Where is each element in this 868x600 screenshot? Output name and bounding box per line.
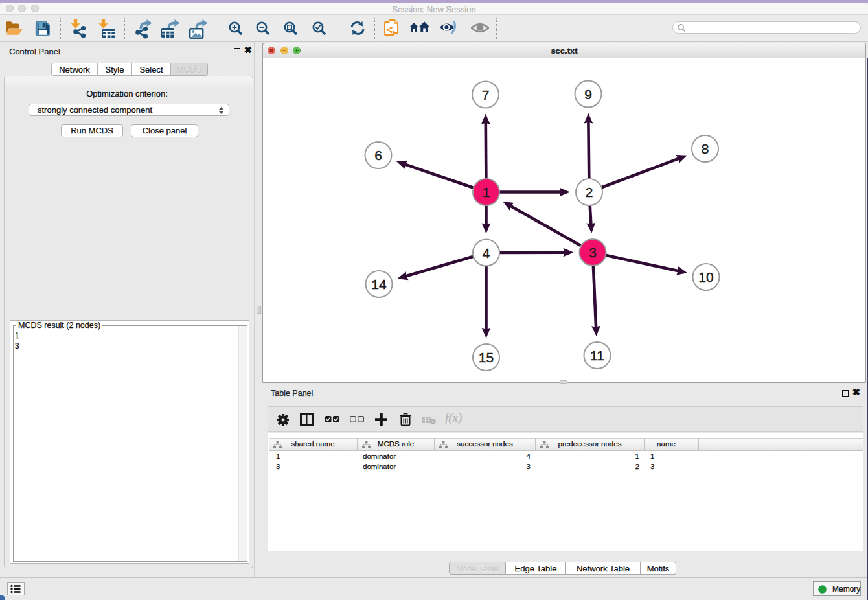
svg-text:8: 8 — [702, 141, 709, 156]
svg-text:14: 14 — [371, 277, 387, 292]
svg-text:15: 15 — [479, 350, 494, 365]
svg-text:7: 7 — [482, 87, 490, 102]
svg-text:6: 6 — [374, 148, 382, 163]
svg-text:9: 9 — [584, 87, 592, 102]
svg-text:4: 4 — [483, 246, 490, 260]
svg-text:2: 2 — [586, 185, 593, 200]
svg-text:11: 11 — [590, 348, 604, 363]
svg-text:3: 3 — [589, 245, 597, 260]
svg-text:10: 10 — [698, 270, 713, 284]
svg-text:1: 1 — [483, 185, 490, 200]
